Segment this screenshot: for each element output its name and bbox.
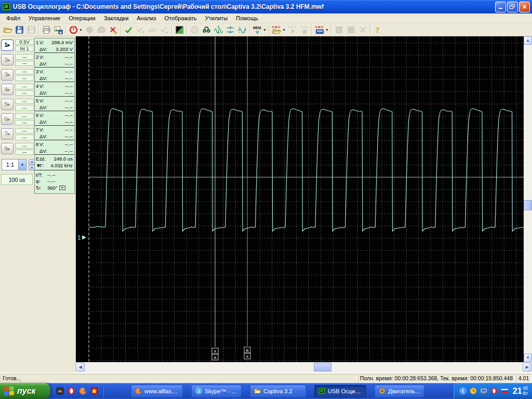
channel-5-button[interactable]: 5▸ — [1, 99, 14, 110]
export-image-button[interactable] — [52, 24, 64, 35]
scroll-right-icon[interactable]: ▶ — [523, 363, 531, 371]
channel-8-input-field[interactable]: --- — [15, 150, 34, 155]
start-button[interactable]: пуск — [0, 383, 50, 399]
cursor-a-x-marker[interactable]: X — [212, 348, 218, 354]
scroll-left-icon[interactable]: ◀ — [76, 363, 85, 371]
abc-panel-button[interactable]: A:B:C▼ — [314, 24, 330, 35]
check-apply-button[interactable] — [123, 24, 135, 35]
opera-tray-icon[interactable] — [490, 387, 498, 395]
chevron-down-icon[interactable]: ▼ — [18, 159, 26, 170]
channel-3-range-field[interactable]: --- — [15, 69, 34, 75]
minimize-button[interactable] — [495, 2, 506, 12]
scale-combo[interactable]: 1:1 ▼ — [2, 159, 26, 170]
task-button-2[interactable]: SSkype™ - m... — [191, 385, 242, 397]
menu-item-display[interactable]: Отображать — [160, 14, 201, 22]
menu-item-file[interactable]: Файл — [2, 14, 24, 22]
channel-6-button[interactable]: 6▸ — [1, 113, 14, 125]
clock-tray-icon[interactable] — [469, 387, 477, 395]
menu-item-analysis[interactable]: Анализ — [132, 14, 160, 22]
firefox-icon — [135, 387, 142, 395]
horizontal-scroll-thumb[interactable] — [314, 363, 331, 371]
chevron-down-icon[interactable]: ▼ — [79, 28, 83, 32]
chevron-down-icon[interactable]: ▼ — [263, 28, 267, 32]
channel-2-input-field[interactable]: --- — [15, 61, 34, 66]
scroll-down-icon[interactable]: ▼ — [524, 354, 532, 362]
cursor-wave-button[interactable] — [236, 24, 248, 35]
channel-3-input-field[interactable]: --- — [15, 75, 34, 81]
horizontal-scrollbar[interactable]: ◀ ▶ — [76, 362, 532, 373]
close-button[interactable]: × — [519, 2, 530, 12]
cursor-b-x-marker[interactable]: X — [244, 353, 250, 359]
channel-7-input-field[interactable]: --- — [15, 135, 34, 140]
channel-1-range-field[interactable]: 0.5V — [15, 39, 34, 45]
svg-text:A:B:C: A:B:C — [315, 25, 323, 29]
menu-item-bookmarks[interactable]: Закладки — [100, 14, 133, 22]
dark-app-icon[interactable] — [56, 387, 64, 395]
cursor-levels-button[interactable] — [224, 24, 236, 35]
channel-8-button[interactable]: 8▸ — [1, 143, 14, 154]
red-media-icon[interactable] — [90, 387, 99, 395]
printer-button[interactable] — [41, 24, 52, 35]
scroll-up-icon[interactable]: ▲ — [524, 36, 532, 45]
channel-5-range-field[interactable]: --- — [15, 99, 34, 104]
toolbar-separator — [249, 24, 250, 35]
stop-power-button[interactable]: ▼ — [68, 24, 84, 35]
abc-open-button[interactable]: A:B:C▼ — [271, 24, 287, 35]
window-title: USB Осциллограф - C:\Documents and Setti… — [13, 3, 495, 10]
restore-button[interactable] — [507, 2, 518, 12]
cursor-a-label-marker[interactable]: A — [212, 354, 218, 360]
channel-3-button[interactable]: 3▸ — [1, 69, 14, 81]
channel-2-range-field[interactable]: --- — [15, 54, 34, 60]
channel-7-range-field[interactable]: --- — [15, 128, 34, 134]
skype-icon: S — [195, 387, 203, 395]
channel-8-range-field[interactable]: --- — [15, 143, 34, 149]
invert-colors-button[interactable] — [174, 24, 185, 35]
open-folder-button[interactable] — [2, 24, 14, 35]
svg-text:S: S — [197, 389, 200, 394]
fit-waveform-button[interactable] — [212, 24, 224, 35]
opera-icon[interactable] — [67, 387, 76, 395]
search-binoculars-button[interactable] — [201, 24, 212, 35]
chevron-down-icon[interactable]: ▼ — [282, 28, 286, 32]
timebase-field[interactable]: 100 us — [1, 174, 33, 185]
task-button-5[interactable]: Двигатель ... — [375, 385, 424, 397]
delete-marks-button[interactable] — [108, 24, 119, 35]
tray-clock: 2105Вт — [513, 386, 528, 396]
channel-1-button[interactable]: 1▸ — [1, 39, 14, 51]
help-button[interactable]: ? — [372, 24, 384, 35]
abc-stop-button: A:B:C — [299, 24, 311, 35]
channel-4-button[interactable]: 4▸ — [1, 84, 14, 95]
task-button-1[interactable]: www.alflash... — [131, 385, 183, 397]
channel-1-input-field[interactable]: IN 1 — [15, 46, 34, 51]
phase-dropdown[interactable]: ▼ — [59, 185, 65, 190]
memory-button[interactable]: MEM▼ — [251, 24, 268, 35]
save-floppy-button[interactable] — [14, 24, 25, 35]
channel-5-input-field[interactable]: --- — [15, 105, 34, 111]
channel-6-input-field[interactable]: --- — [15, 120, 34, 126]
task-button-3[interactable]: Captiva 3.2 — [250, 385, 306, 397]
menu-item-utilities[interactable]: Утилиты — [201, 14, 232, 22]
channel-2-button[interactable]: 2▸ — [1, 54, 14, 65]
channel-6-range-field[interactable]: --- — [15, 113, 34, 119]
cursor-b-label-marker[interactable]: B — [244, 347, 250, 353]
channel-7-button[interactable]: 7▸ — [1, 128, 14, 140]
task-button-4[interactable]: USB Осцилл... — [314, 385, 366, 397]
channel-4-input-field[interactable]: --- — [15, 90, 34, 96]
menu-item-operations[interactable]: Операции — [64, 14, 99, 22]
chevron-left-icon[interactable] — [459, 387, 467, 395]
taskbar: пуск www.alflash...SSkype™ - m...Captiva… — [0, 383, 532, 399]
toolbar: ▼MEM▼A:B:C▼A:B:CA:B:CA:B:C▼? — [0, 23, 532, 36]
display-tray-icon[interactable] — [480, 387, 488, 395]
channel-4-range-field[interactable]: --- — [15, 84, 34, 89]
menu-item-help[interactable]: Помощь — [232, 14, 262, 22]
toolbar-separator — [187, 24, 188, 35]
oscilloscope-display[interactable]: 1XABX — [76, 36, 524, 362]
menu-item-control[interactable]: Управление — [24, 14, 64, 22]
firefox-icon[interactable] — [78, 387, 87, 395]
ru-flag-icon[interactable] — [500, 387, 509, 395]
vertical-scrollbar[interactable]: ▲ ▼ — [524, 36, 532, 362]
svg-text:A: A — [214, 355, 217, 360]
chevron-down-icon[interactable]: ▼ — [325, 28, 329, 32]
measure-cursor-timing: EΔt:248.0 us▼F:4.032 kHz — [35, 155, 74, 170]
vertical-scroll-thumb[interactable] — [524, 200, 532, 210]
